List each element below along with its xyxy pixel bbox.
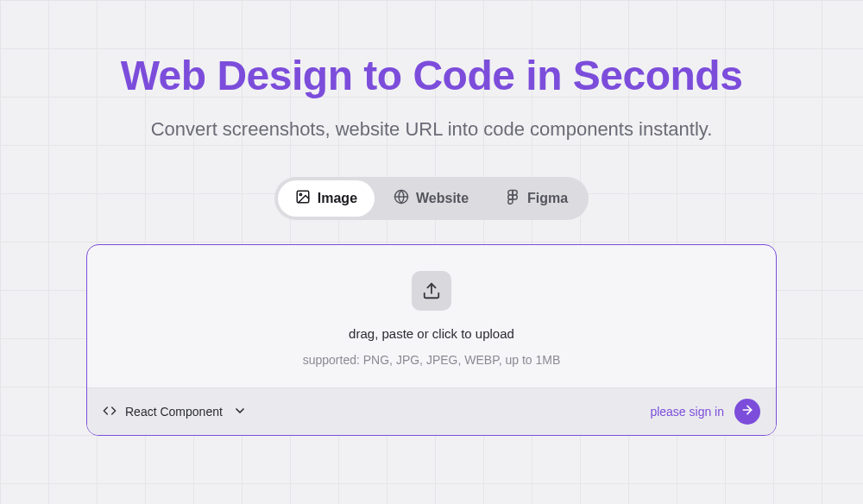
upload-dropzone[interactable]: drag, paste or click to upload supported… <box>87 245 776 387</box>
tab-figma-label: Figma <box>527 191 568 206</box>
chevron-down-icon <box>233 404 247 420</box>
tab-figma[interactable]: Figma <box>488 180 585 217</box>
globe-icon <box>394 189 409 208</box>
dropzone-primary-text: drag, paste or click to upload <box>349 326 514 341</box>
svg-point-1 <box>299 193 301 195</box>
card-footer: React Component please sign in <box>87 387 776 435</box>
tab-website-label: Website <box>416 191 469 206</box>
tab-website[interactable]: Website <box>376 180 486 217</box>
submit-button[interactable] <box>734 399 760 425</box>
signin-link[interactable]: please sign in <box>650 405 724 419</box>
dropzone-secondary-text: supported: PNG, JPG, JPEG, WEBP, up to 1… <box>303 353 561 367</box>
code-icon <box>103 404 117 420</box>
image-icon <box>295 189 311 208</box>
tab-image[interactable]: Image <box>278 180 375 217</box>
output-format-select[interactable]: React Component <box>103 404 247 420</box>
upload-icon <box>412 271 451 311</box>
page-headline: Web Design to Code in Seconds <box>121 52 743 99</box>
arrow-right-icon <box>740 403 754 420</box>
output-format-label: React Component <box>125 405 223 419</box>
figma-icon <box>505 189 520 208</box>
tab-image-label: Image <box>318 191 357 206</box>
source-tabs: Image Website Figma <box>274 177 589 220</box>
page-subheadline: Convert screenshots, website URL into co… <box>151 118 713 141</box>
footer-right: please sign in <box>650 399 760 425</box>
upload-card: drag, paste or click to upload supported… <box>86 244 777 436</box>
